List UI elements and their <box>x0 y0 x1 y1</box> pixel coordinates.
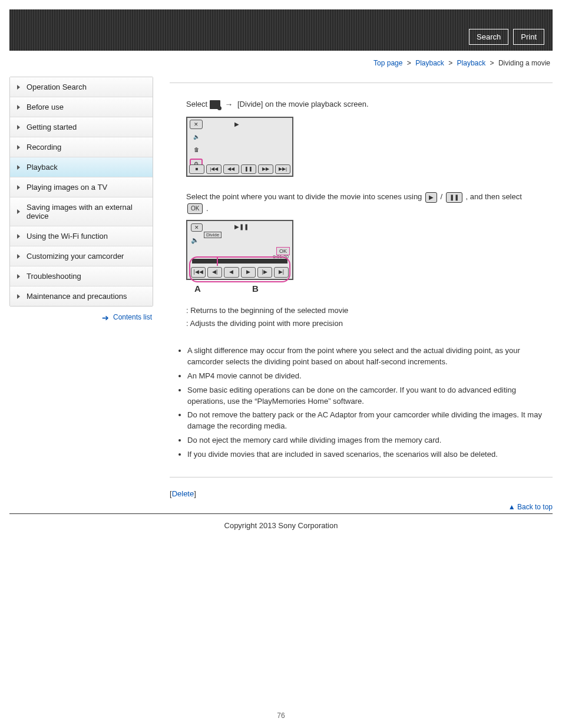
highlight-oval <box>189 256 290 282</box>
header-bar: Search Print <box>9 9 553 51</box>
sidebar-item-playing-tv[interactable]: Playing images on a TV <box>10 177 153 197</box>
note-item: If you divide movies that are included i… <box>187 449 553 460</box>
step2-pre: Select the point where you want to divid… <box>186 192 424 201</box>
sidebar-item-customizing[interactable]: Customizing your camcorder <box>10 246 153 266</box>
step2-post: , and then select <box>465 192 521 201</box>
page-rule <box>9 513 553 514</box>
close-icon: ✕ <box>191 223 203 232</box>
tool-menu-icon <box>210 100 220 109</box>
trash-icon: 🗑 <box>190 146 203 155</box>
header-buttons: Search Print <box>469 29 544 45</box>
related-links: [Delete] <box>170 489 553 498</box>
note-item: An MP4 movie cannot be divided. <box>187 371 553 382</box>
divide-label: Divide <box>204 232 222 238</box>
main-content: Select → [Divide] on the movie playback … <box>170 77 553 511</box>
step1-pre: Select <box>186 100 210 108</box>
ab-labels: A B <box>186 284 293 294</box>
bottom-rule <box>170 477 553 477</box>
desc-a: : Returns to the beginning of the select… <box>186 305 553 317</box>
sidebar-item-before-use[interactable]: Before use <box>10 97 153 117</box>
sidebar-item-saving-external[interactable]: Saving images with an external device <box>10 197 153 226</box>
ok-icon: OK <box>187 203 203 214</box>
close-icon: ✕ <box>190 120 203 129</box>
contents-link-wrap: ➔ Contents list <box>9 307 153 328</box>
note-item: A slight difference may occur from the p… <box>187 345 553 368</box>
breadcrumb-playback1[interactable]: Playback <box>415 59 444 67</box>
copyright: Copyright 2013 Sony Corporation <box>9 519 553 542</box>
volume-icon: 🔈 <box>191 236 199 244</box>
sidebar: Operation Search Before use Getting star… <box>9 77 153 328</box>
pause-icon: ❚❚ <box>446 192 462 203</box>
note-item: Do not eject the memory card while divid… <box>187 435 553 446</box>
step-1: Select → [Divide] on the movie playback … <box>186 98 553 177</box>
breadcrumb-playback2[interactable]: Playback <box>457 59 486 67</box>
forward-icon: ▶▶ <box>258 164 273 174</box>
arrow-right-icon: ➔ <box>102 313 109 322</box>
pause-icon: ❚❚ <box>241 164 256 174</box>
sidebar-nav: Operation Search Before use Getting star… <box>9 77 153 307</box>
sidebar-item-maintenance[interactable]: Maintenance and precautions <box>10 286 153 306</box>
note-item: Do not remove the battery pack or the AC… <box>187 410 553 432</box>
arrow-right-icon: → <box>224 100 233 109</box>
next-icon: ▶▶| <box>275 164 290 174</box>
play-indicator-icon: ▶ <box>234 121 239 127</box>
play-icon: ▶ <box>425 192 437 203</box>
step2-text: Select the point where you want to divid… <box>186 191 553 214</box>
print-button[interactable]: Print <box>513 29 544 45</box>
search-button[interactable]: Search <box>469 29 508 45</box>
step1-post: [Divide] on the movie playback screen. <box>237 100 369 108</box>
sidebar-item-wifi[interactable]: Using the Wi-Fi function <box>10 226 153 246</box>
related-delete-link[interactable]: Delete <box>172 489 194 498</box>
breadcrumb-current: Dividing a movie <box>498 59 550 67</box>
play-pause-icon: ▶❚❚ <box>234 223 249 230</box>
playback-screen-illustration: ✕ 🔈 🗑 ⚙ ▶ ■ |◀◀ ◀◀ ❚❚ ▶▶ ▶▶| <box>186 117 293 177</box>
contents-list-link[interactable]: Contents list <box>113 313 152 321</box>
step2-slash: / <box>441 192 445 201</box>
up-triangle-icon: ▲ <box>508 503 515 511</box>
sidebar-item-operation-search[interactable]: Operation Search <box>10 77 153 97</box>
sidebar-item-getting-started[interactable]: Getting started <box>10 117 153 137</box>
breadcrumb: Top page > Playback > Playback > Dividin… <box>9 55 553 77</box>
note-item: Some basic editing operations can be don… <box>187 385 553 407</box>
stop-icon: ■ <box>189 164 204 174</box>
breadcrumb-sep: > <box>446 59 455 67</box>
label-a: A <box>194 284 201 294</box>
step2-end: . <box>206 204 209 213</box>
breadcrumb-sep: > <box>488 59 497 67</box>
label-b: B <box>252 284 259 294</box>
step1-text: Select → [Divide] on the movie playback … <box>186 98 553 111</box>
sidebar-item-recording[interactable]: Recording <box>10 137 153 157</box>
breadcrumb-sep: > <box>405 59 414 67</box>
back-to-top-link[interactable]: Back to top <box>517 503 553 511</box>
step-2: Select the point where you want to divid… <box>186 191 553 329</box>
back-to-top-wrap: ▲ Back to top <box>170 503 553 511</box>
prev-icon: |◀◀ <box>206 164 222 174</box>
volume-icon: 🔈 <box>190 133 203 142</box>
desc-b: : Adjusts the dividing point with more p… <box>186 318 553 330</box>
breadcrumb-top[interactable]: Top page <box>373 59 402 67</box>
sidebar-item-playback[interactable]: Playback <box>10 157 153 177</box>
descriptions: : Returns to the beginning of the select… <box>186 305 553 329</box>
divide-screen-illustration: ✕ 🔈 ▶❚❚ Divide OK 0:01:20 |◀◀ ◀| ◀ ▶ <box>186 220 293 280</box>
sidebar-item-troubleshooting[interactable]: Troubleshooting <box>10 266 153 286</box>
notes-section: A slight difference may occur from the p… <box>170 345 553 460</box>
top-rule <box>170 83 553 83</box>
rewind-icon: ◀◀ <box>223 164 239 174</box>
